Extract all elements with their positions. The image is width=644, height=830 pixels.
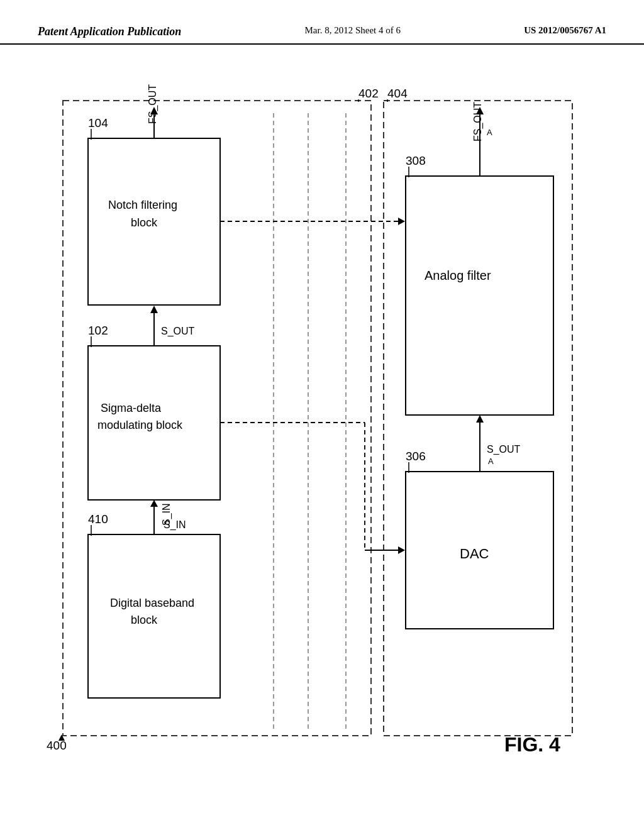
svg-text:modulating block: modulating block <box>97 419 183 431</box>
svg-text:Digital baseband: Digital baseband <box>110 597 194 609</box>
page-header: Patent Application Publication Mar. 8, 2… <box>0 25 644 45</box>
diagram-area: 402 404 400 Digital baseband block 410 S… <box>38 75 606 780</box>
svg-marker-46 <box>476 415 484 423</box>
svg-text:306: 306 <box>406 450 426 463</box>
svg-text:DAC: DAC <box>460 546 489 562</box>
sheet-info: Mar. 8, 2012 Sheet 4 of 6 <box>305 25 401 36</box>
svg-text:block: block <box>131 216 158 229</box>
svg-text:Notch filtering: Notch filtering <box>108 199 177 211</box>
patent-number: US 2012/0056767 A1 <box>524 25 606 36</box>
svg-text:S_OUT: S_OUT <box>161 326 195 337</box>
svg-text:Analog filter: Analog filter <box>425 268 491 282</box>
svg-text:400: 400 <box>47 739 67 752</box>
svg-rect-0 <box>63 101 371 736</box>
svg-text:308: 308 <box>406 154 426 167</box>
svg-text:FIG. 4: FIG. 4 <box>504 733 560 756</box>
svg-rect-1 <box>384 101 572 736</box>
svg-text:402: 402 <box>358 87 379 100</box>
svg-text:Sigma-delta: Sigma-delta <box>101 402 162 414</box>
diagram-svg: 402 404 400 Digital baseband block 410 S… <box>38 75 604 767</box>
svg-marker-36 <box>150 500 158 507</box>
svg-text:102: 102 <box>88 324 108 337</box>
svg-rect-28 <box>406 176 553 415</box>
svg-text:410: 410 <box>88 512 108 526</box>
svg-text:block: block <box>131 614 158 626</box>
svg-text:FS_OUT: FS_OUT <box>147 84 158 124</box>
svg-text:104: 104 <box>88 116 108 130</box>
svg-text:FS_OUT: FS_OUT <box>472 102 484 141</box>
svg-marker-58 <box>398 546 405 554</box>
svg-text:S_OUT: S_OUT <box>487 444 521 455</box>
svg-text:A: A <box>487 128 492 137</box>
page: Patent Application Publication Mar. 8, 2… <box>0 0 644 830</box>
svg-text:S_IN: S_IN <box>164 519 186 531</box>
svg-text:A: A <box>488 456 494 466</box>
svg-marker-54 <box>398 218 405 225</box>
svg-text:404: 404 <box>387 87 408 100</box>
publication-label: Patent Application Publication <box>38 25 181 38</box>
svg-marker-40 <box>150 306 158 313</box>
